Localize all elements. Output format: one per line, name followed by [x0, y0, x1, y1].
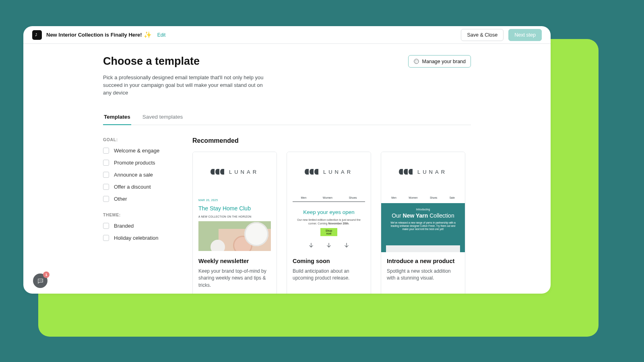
svg-point-1	[414, 59, 418, 64]
template-preview: LUNAR Men Women Shoes Sale Introducing	[381, 152, 465, 252]
template-card-introduce-product[interactable]: LUNAR Men Women Shoes Sale Introducing	[381, 152, 465, 294]
preview-nav: Men Women Shoes	[293, 196, 365, 202]
arrow-down-icons	[287, 242, 371, 249]
preview-subtext: We've released a new range of yarns in p…	[388, 221, 458, 231]
recommended-heading: Recommended	[192, 137, 471, 144]
manage-brand-button[interactable]: Manage your brand	[408, 55, 471, 68]
template-card-title: Coming soon	[293, 258, 365, 264]
template-preview: LUNAR Men Women Shoes Keep your eyes ope…	[287, 152, 371, 252]
checkbox-icon[interactable]	[103, 172, 109, 178]
next-step-button[interactable]: Next step	[508, 29, 542, 41]
preview-date: MAR 26, 2025	[198, 199, 271, 202]
chat-icon	[37, 278, 44, 284]
app-logo-icon	[32, 30, 42, 40]
preview-subtext: Our new limited edition collection is ju…	[297, 218, 361, 226]
tabs: Templates Saved templates	[103, 111, 471, 125]
filter-theme-heading: THEME:	[103, 212, 171, 217]
lunar-mark-icon	[305, 169, 318, 175]
preview-cta: Shop now	[320, 228, 337, 236]
checkbox-icon[interactable]	[103, 160, 109, 166]
lunar-mark-icon	[399, 169, 413, 175]
preview-headline: Our New Yarn Collection	[385, 212, 461, 219]
filter-theme-holiday[interactable]: Holiday celebration	[103, 235, 171, 241]
filter-goal-welcome[interactable]: Welcome & engage	[103, 148, 171, 154]
checkbox-icon[interactable]	[103, 148, 109, 154]
svg-point-0	[36, 33, 37, 34]
edit-link[interactable]: Edit	[157, 32, 166, 38]
preview-headline: The Stay Home Club	[198, 205, 271, 212]
campaign-title: New Interior Collection is Finally Here!	[46, 32, 142, 38]
preview-headline: Keep your eyes open	[287, 209, 371, 215]
filter-goal-discount[interactable]: Offer a discount	[103, 184, 171, 190]
app-window: New Interior Collection is Finally Here!…	[23, 26, 551, 294]
tab-saved-templates[interactable]: Saved templates	[142, 111, 184, 125]
svg-point-2	[415, 60, 416, 61]
brand-name: LUNAR	[229, 169, 259, 175]
topbar: New Interior Collection is Finally Here!…	[23, 26, 551, 44]
preview-subhead: A NEW COLLECTION ON THE HORIZON	[198, 215, 271, 218]
chat-badge: 1	[43, 272, 50, 278]
manage-brand-label: Manage your brand	[422, 59, 466, 64]
palette-icon	[413, 58, 419, 64]
filter-goal-announce[interactable]: Announce a sale	[103, 172, 171, 178]
lunar-mark-icon	[211, 169, 224, 175]
preview-image	[386, 245, 460, 252]
chat-button[interactable]: 1	[33, 274, 47, 288]
tab-templates[interactable]: Templates	[103, 111, 131, 125]
checkbox-icon[interactable]	[103, 184, 109, 190]
svg-point-4	[415, 62, 416, 63]
brand-name: LUNAR	[417, 169, 447, 175]
preview-image	[198, 221, 271, 251]
template-card-weekly-newsletter[interactable]: LUNAR MAR 26, 2025 The Stay Home Club A …	[192, 152, 277, 294]
template-cards: LUNAR MAR 26, 2025 The Stay Home Club A …	[192, 152, 471, 294]
filters-sidebar: GOAL: Welcome & engage Promote products …	[103, 137, 171, 294]
checkbox-icon[interactable]	[103, 223, 109, 229]
template-card-desc: Build anticipation about an upcoming pro…	[293, 268, 365, 282]
filter-goal-promote[interactable]: Promote products	[103, 160, 171, 166]
template-card-title: Introduce a new product	[387, 258, 459, 264]
template-card-title: Weekly newsletter	[198, 258, 271, 264]
content-area: Choose a template Pick a professionally …	[23, 44, 551, 294]
template-card-coming-soon[interactable]: LUNAR Men Women Shoes Keep your eyes ope…	[287, 152, 371, 294]
sparkle-icon: ✨	[144, 31, 152, 39]
filter-goal-other[interactable]: Other	[103, 196, 171, 202]
template-card-desc: Spotlight a new stock addition with a st…	[387, 268, 459, 282]
svg-point-3	[417, 61, 417, 62]
templates-main: Recommended LUNAR MAR 26, 2025 The Stay …	[192, 137, 471, 294]
page-title: Choose a template	[103, 55, 264, 68]
preview-nav: Men Women Shoes Sale	[385, 196, 461, 201]
brand-name: LUNAR	[323, 169, 353, 175]
template-preview: LUNAR MAR 26, 2025 The Stay Home Club A …	[193, 152, 277, 252]
template-card-desc: Keep your brand top-of-mind by sharing w…	[198, 268, 271, 289]
filter-goal-heading: GOAL:	[103, 137, 171, 142]
save-close-button[interactable]: Save & Close	[461, 29, 504, 41]
preview-hero: Introducing Our New Yarn Collection We'v…	[381, 203, 465, 252]
checkbox-icon[interactable]	[103, 196, 109, 202]
checkbox-icon[interactable]	[103, 235, 109, 241]
filter-theme-branded[interactable]: Branded	[103, 223, 171, 229]
page-description: Pick a professionally designed email tem…	[103, 74, 264, 97]
